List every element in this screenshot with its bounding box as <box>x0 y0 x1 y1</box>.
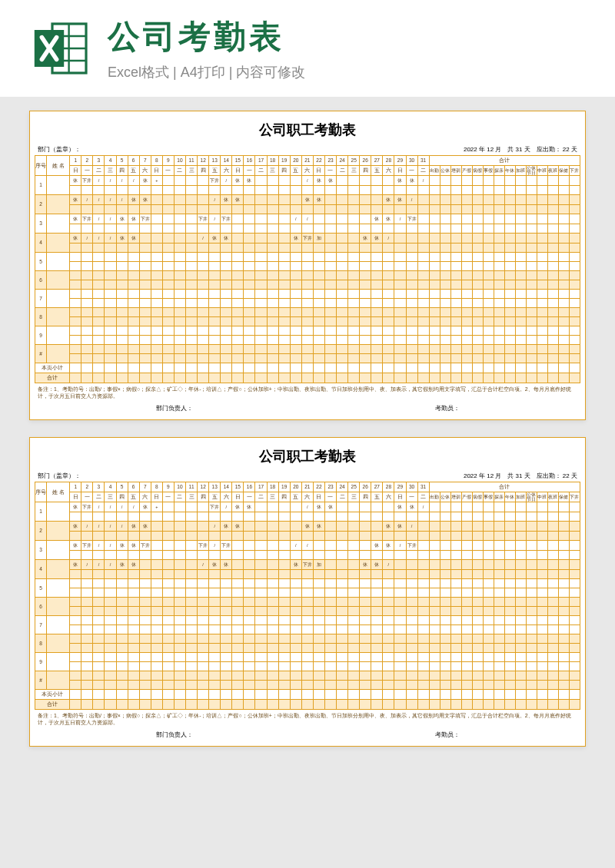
mark-cell <box>162 502 174 512</box>
sum-cell <box>515 522 526 532</box>
mark-cell <box>232 244 244 253</box>
sum-cell <box>494 681 504 690</box>
day-num: 22 <box>313 482 324 492</box>
mark-cell <box>383 579 394 588</box>
mark-cell <box>174 560 185 570</box>
mark-cell <box>70 625 81 634</box>
sum-cell <box>547 195 558 205</box>
mark-cell <box>324 560 336 570</box>
mark-cell <box>174 244 185 253</box>
mark-cell <box>267 262 278 271</box>
sum-cell <box>569 634 580 644</box>
sum-cell <box>429 253 440 262</box>
mark-cell <box>198 681 209 690</box>
sum-cell <box>569 662 580 671</box>
mark-cell <box>151 354 162 363</box>
day-num: 21 <box>301 156 313 166</box>
mark-cell <box>290 522 301 532</box>
mark-cell <box>128 299 139 308</box>
sum-cell <box>558 345 569 354</box>
sum-cell <box>483 502 494 512</box>
sum-cell <box>483 625 494 634</box>
mark-cell <box>348 280 360 290</box>
mark-cell <box>267 234 278 244</box>
mark-cell <box>255 280 267 290</box>
sum-cell <box>515 205 526 214</box>
mark-cell: 休 <box>221 560 232 570</box>
weekday: 五 <box>290 492 301 502</box>
mark-cell: / <box>105 560 116 570</box>
mark-cell <box>348 176 360 186</box>
mark-cell: 下井 <box>139 541 151 551</box>
mark-cell <box>267 244 278 253</box>
mark-cell <box>360 634 371 644</box>
mark-cell <box>198 588 209 598</box>
sum-cell <box>558 262 569 271</box>
mark-cell <box>290 512 301 522</box>
mark-cell <box>232 579 244 588</box>
sum-cell <box>494 522 504 532</box>
mark-cell <box>394 271 406 280</box>
mark-cell <box>221 345 232 354</box>
mark-cell <box>186 234 198 244</box>
mark-cell <box>371 176 383 186</box>
mark-cell <box>198 244 209 253</box>
mark-cell <box>267 336 278 345</box>
mark-cell <box>383 244 394 253</box>
mark-cell: / <box>394 541 406 551</box>
mark-cell <box>324 671 336 681</box>
mark-cell <box>209 244 221 253</box>
sum-cell <box>440 244 450 253</box>
mark-cell <box>371 317 383 326</box>
weekday: 四 <box>116 492 128 502</box>
mark-cell: / <box>198 560 209 570</box>
mark-cell <box>337 280 348 290</box>
sum-cell <box>483 336 494 345</box>
date-info: 2022 年 12 月 共 31 天 应出勤： 22 天 <box>464 145 577 154</box>
sum-cell <box>569 598 580 607</box>
mark-cell <box>81 607 93 616</box>
mark-cell <box>221 662 232 671</box>
weekday: 二 <box>255 492 267 502</box>
mark-cell <box>81 224 93 234</box>
mark-cell <box>324 354 336 363</box>
mark-cell <box>383 625 394 634</box>
mark-cell <box>371 336 383 345</box>
weekday: 日 <box>151 166 162 176</box>
mark-cell <box>267 644 278 653</box>
sum-cell <box>569 214 580 224</box>
mark-cell <box>417 653 429 662</box>
mark-cell <box>371 532 383 541</box>
mark-cell <box>290 616 301 625</box>
name-cell <box>47 326 70 345</box>
mark-cell <box>301 607 313 616</box>
mark-cell <box>151 532 162 541</box>
mark-cell <box>151 634 162 644</box>
sum-cell <box>547 653 558 662</box>
mark-cell <box>128 345 139 354</box>
mark-cell <box>406 570 417 579</box>
mark-cell: / <box>383 234 394 244</box>
mark-cell <box>221 253 232 262</box>
mark-cell <box>162 234 174 244</box>
sum-cell <box>440 532 450 541</box>
sum-cell <box>461 588 472 598</box>
sum-cell <box>429 644 440 653</box>
day-num: 23 <box>324 156 336 166</box>
sum-cell <box>526 662 537 671</box>
mark-cell: 休 <box>139 195 151 205</box>
day-num: 11 <box>186 482 198 492</box>
day-num: 12 <box>198 156 209 166</box>
mark-cell <box>348 662 360 671</box>
mark-cell <box>244 681 255 690</box>
sum-cell <box>537 345 547 354</box>
sum-cell <box>429 541 440 551</box>
sum-cell <box>450 607 461 616</box>
mark-cell <box>186 354 198 363</box>
mark-cell <box>360 681 371 690</box>
mark-cell <box>267 671 278 681</box>
sum-cell <box>526 234 537 244</box>
mark-cell <box>406 345 417 354</box>
mark-cell <box>139 598 151 607</box>
mark-cell <box>209 326 221 336</box>
